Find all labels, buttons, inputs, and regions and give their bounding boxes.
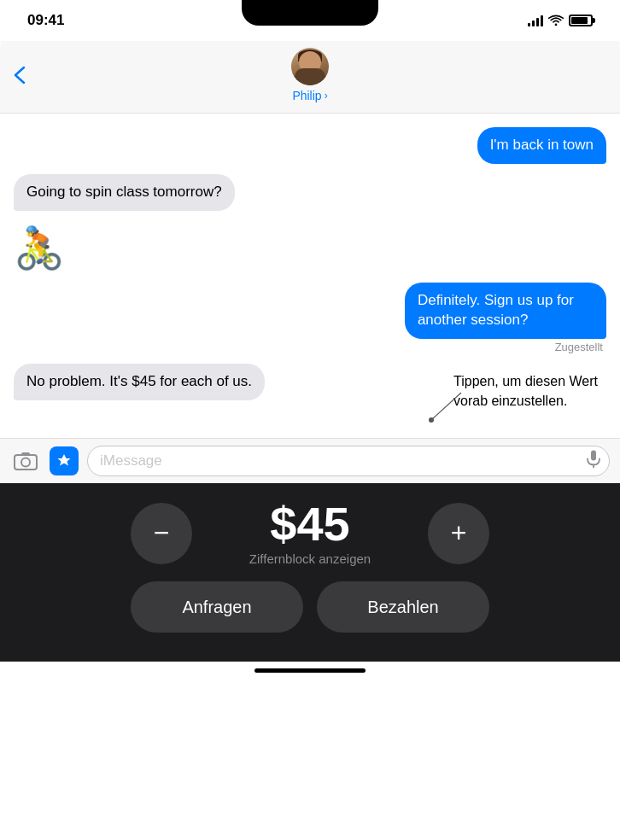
annotation-svg [0, 0, 620, 840]
battery-icon [569, 15, 593, 26]
status-time: 09:41 [27, 12, 64, 29]
signal-icon [528, 15, 543, 26]
svg-point-0 [555, 24, 558, 26]
notch [242, 0, 378, 26]
status-icons [528, 15, 593, 26]
svg-line-6 [431, 393, 461, 420]
svg-point-7 [429, 417, 434, 423]
wifi-icon [548, 15, 564, 26]
